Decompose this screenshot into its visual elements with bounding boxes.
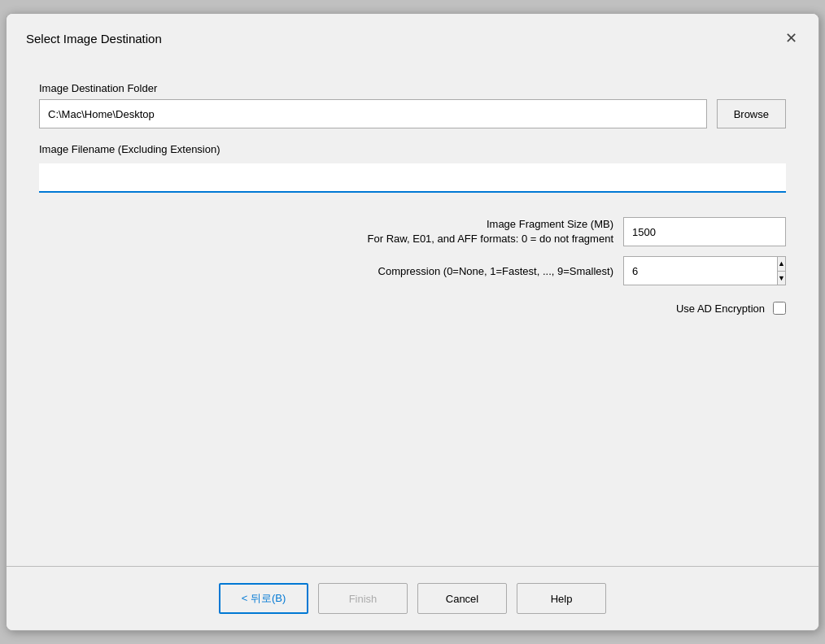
dialog-body: Image Destination Folder Browse Image Fi… (7, 59, 818, 550)
compression-input[interactable] (624, 257, 777, 285)
fragment-main-label: Image Fragment Size (MB) (368, 217, 613, 232)
compression-label: Compression (0=None, 1=Fastest, ..., 9=S… (378, 265, 613, 277)
spinner-up-button[interactable]: ▲ (778, 257, 785, 272)
compression-row: Compression (0=None, 1=Fastest, ..., 9=S… (39, 256, 786, 285)
fragment-input[interactable] (623, 217, 786, 246)
fragment-row: Image Fragment Size (MB) For Raw, E01, a… (39, 217, 786, 246)
cancel-button[interactable]: Cancel (417, 583, 507, 614)
close-button[interactable]: ✕ (779, 27, 802, 50)
finish-button[interactable]: Finish (318, 583, 408, 614)
encryption-checkbox[interactable] (773, 302, 786, 315)
compression-spinner: ▲ ▼ (623, 256, 786, 285)
filename-input[interactable] (39, 163, 786, 193)
help-button[interactable]: Help (517, 583, 606, 614)
dialog-title: Select Image Destination (26, 32, 162, 46)
select-image-destination-dialog: Select Image Destination ✕ Image Destina… (6, 13, 819, 631)
folder-row: Browse (39, 99, 786, 128)
folder-label: Image Destination Folder (39, 82, 786, 94)
back-button[interactable]: < 뒤로(B) (219, 583, 308, 614)
folder-input[interactable] (39, 99, 707, 128)
options-section: Image Fragment Size (MB) For Raw, E01, a… (39, 217, 786, 315)
browse-button[interactable]: Browse (717, 99, 786, 128)
title-bar: Select Image Destination ✕ (7, 14, 818, 59)
encryption-label: Use AD Encryption (676, 302, 765, 315)
fragment-label-group: Image Fragment Size (MB) For Raw, E01, a… (368, 217, 613, 246)
fragment-sub-label: For Raw, E01, and AFF formats: 0 = do no… (368, 232, 613, 246)
footer: < 뒤로(B) Finish Cancel Help (7, 567, 818, 630)
spinner-buttons: ▲ ▼ (777, 257, 785, 285)
filename-label: Image Filename (Excluding Extension) (39, 143, 786, 155)
spinner-down-button[interactable]: ▼ (778, 272, 785, 285)
encryption-row: Use AD Encryption (39, 302, 786, 315)
